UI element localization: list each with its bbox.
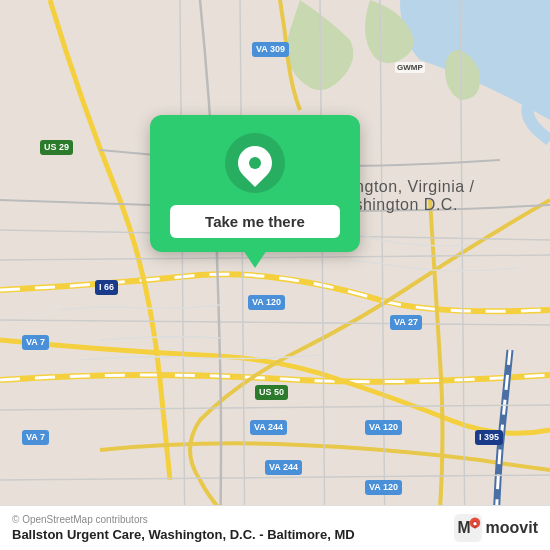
copyright-text: © OpenStreetMap contributors (12, 514, 355, 525)
take-me-there-button[interactable]: Take me there (170, 205, 340, 238)
svg-point-14 (473, 522, 477, 526)
road-shield-us29-1: US 29 (40, 140, 73, 155)
road-shield-va244-1: VA 244 (250, 420, 287, 435)
moovit-logo: M moovit (454, 514, 538, 542)
location-pin-icon (225, 133, 285, 193)
road-shield-va7-1: VA 7 (22, 335, 49, 350)
gwmp-label: GWMP (395, 62, 425, 73)
road-shield-va27: VA 27 (390, 315, 422, 330)
bottom-bar: © OpenStreetMap contributors Ballston Ur… (0, 505, 550, 550)
pin-dot (249, 157, 261, 169)
place-name-text: Ballston Urgent Care, Washington, D.C. -… (12, 527, 331, 542)
map-container: Arlington, Virginia / Washington D.C. GW… (0, 0, 550, 550)
place-region: MD (334, 527, 354, 542)
svg-text:M: M (457, 519, 470, 536)
road-shield-us50: US 50 (255, 385, 288, 400)
location-popup: Take me there (150, 115, 360, 252)
road-shield-va120-2: VA 120 (365, 420, 402, 435)
road-shield-va7-2: VA 7 (22, 430, 49, 445)
arlington-label: Arlington, Virginia / Washington D.C. (330, 178, 550, 214)
road-shield-va120-3: VA 120 (365, 480, 402, 495)
place-name: Ballston Urgent Care, Washington, D.C. -… (12, 527, 355, 542)
pin-inner (231, 139, 279, 187)
road-shield-i66: I 66 (95, 280, 118, 295)
bottom-bar-info: © OpenStreetMap contributors Ballston Ur… (12, 514, 355, 542)
road-shield-va244-2: VA 244 (265, 460, 302, 475)
moovit-icon: M (454, 514, 482, 542)
road-shield-va120-1: VA 120 (248, 295, 285, 310)
road-shield-i395: I 395 (475, 430, 503, 445)
road-shield-va309: VA 309 (252, 42, 289, 57)
moovit-text: moovit (486, 519, 538, 537)
